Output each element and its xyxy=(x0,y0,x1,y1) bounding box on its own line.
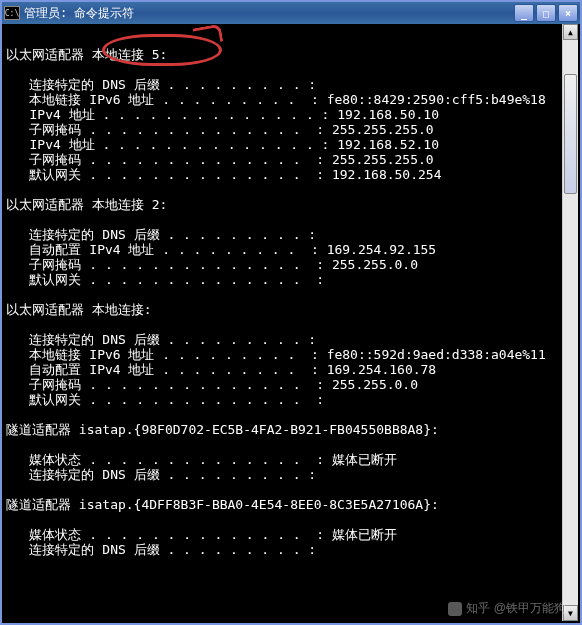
watermark-author: @铁甲万能狗 xyxy=(494,600,566,617)
titlebar[interactable]: C:\ 管理员: 命令提示符 _ □ × xyxy=(2,2,580,24)
watermark: 知 知乎 @铁甲万能狗 xyxy=(448,600,566,617)
title-prefix: 管理员: xyxy=(24,6,74,20)
title-app: 命令提示符 xyxy=(74,6,134,20)
cmd-window: C:\ 管理员: 命令提示符 _ □ × 以太网适配器 本地连接 5: 连接特定… xyxy=(0,0,582,625)
maximize-button[interactable]: □ xyxy=(536,4,556,22)
cmd-icon: C:\ xyxy=(4,6,20,20)
watermark-site: 知乎 xyxy=(466,600,490,617)
zhihu-icon: 知 xyxy=(448,602,462,616)
close-button[interactable]: × xyxy=(558,4,578,22)
scroll-up-arrow[interactable]: ▲ xyxy=(563,24,578,40)
scroll-thumb[interactable] xyxy=(564,74,577,194)
vertical-scrollbar[interactable]: ▲ ▼ xyxy=(562,24,578,621)
window-title: 管理员: 命令提示符 xyxy=(24,5,514,22)
minimize-button[interactable]: _ xyxy=(514,4,534,22)
window-buttons: _ □ × xyxy=(514,4,578,22)
console-output: 以太网适配器 本地连接 5: 连接特定的 DNS 后缀 . . . . . . … xyxy=(2,24,580,623)
